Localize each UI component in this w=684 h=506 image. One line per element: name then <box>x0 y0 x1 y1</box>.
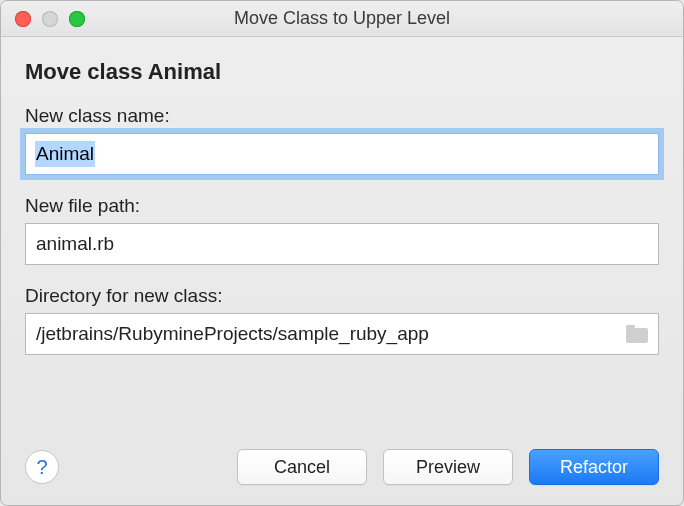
cancel-button[interactable]: Cancel <box>237 449 367 485</box>
class-name-input[interactable] <box>25 133 659 175</box>
class-name-field-wrap: Animal <box>25 133 659 175</box>
dialog-window: Move Class to Upper Level Move class Ani… <box>0 0 684 506</box>
window-title: Move Class to Upper Level <box>1 8 683 29</box>
help-icon: ? <box>36 456 47 479</box>
close-icon[interactable] <box>15 11 31 27</box>
folder-icon <box>626 325 648 343</box>
class-name-label: New class name: <box>25 105 659 127</box>
help-button[interactable]: ? <box>25 450 59 484</box>
directory-input[interactable] <box>25 313 615 355</box>
minimize-icon <box>42 11 58 27</box>
file-path-field-wrap <box>25 223 659 265</box>
file-path-input[interactable] <box>25 223 659 265</box>
browse-directory-button[interactable] <box>615 313 659 355</box>
directory-field-wrap <box>25 313 659 355</box>
directory-label: Directory for new class: <box>25 285 659 307</box>
dialog-heading: Move class Animal <box>25 59 659 85</box>
dialog-content: Move class Animal New class name: Animal… <box>1 37 683 505</box>
zoom-icon[interactable] <box>69 11 85 27</box>
preview-button[interactable]: Preview <box>383 449 513 485</box>
file-path-label: New file path: <box>25 195 659 217</box>
refactor-button[interactable]: Refactor <box>529 449 659 485</box>
titlebar: Move Class to Upper Level <box>1 1 683 37</box>
dialog-footer: ? Cancel Preview Refactor <box>25 421 659 485</box>
traffic-lights <box>15 11 85 27</box>
